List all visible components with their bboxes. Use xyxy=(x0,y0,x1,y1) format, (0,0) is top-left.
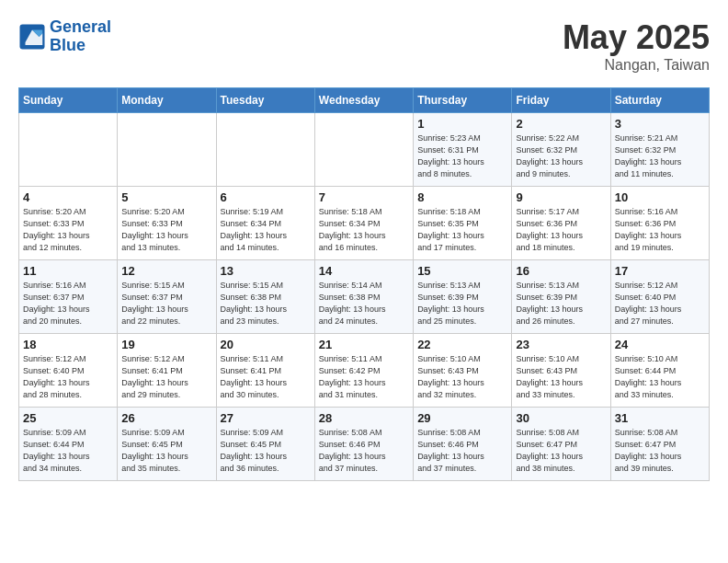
day-info: Sunrise: 5:22 AM Sunset: 6:32 PM Dayligh… xyxy=(516,132,606,180)
day-number: 21 xyxy=(319,338,409,351)
calendar-cell: 3Sunrise: 5:21 AM Sunset: 6:32 PM Daylig… xyxy=(610,113,709,187)
calendar-cell: 31Sunrise: 5:08 AM Sunset: 6:47 PM Dayli… xyxy=(610,408,709,481)
day-number: 23 xyxy=(516,338,606,351)
title-block: May 2025 Nangan, Taiwan xyxy=(563,18,710,74)
day-info: Sunrise: 5:20 AM Sunset: 6:33 PM Dayligh… xyxy=(23,206,113,254)
calendar-cell: 26Sunrise: 5:09 AM Sunset: 6:45 PM Dayli… xyxy=(118,408,216,481)
calendar-cell xyxy=(118,113,216,187)
calendar-table: SundayMondayTuesdayWednesdayThursdayFrid… xyxy=(18,87,710,481)
day-number: 4 xyxy=(23,190,113,204)
day-number: 18 xyxy=(23,338,113,351)
logo-text: General Blue xyxy=(50,18,111,55)
day-info: Sunrise: 5:09 AM Sunset: 6:45 PM Dayligh… xyxy=(121,427,211,475)
day-info: Sunrise: 5:18 AM Sunset: 6:34 PM Dayligh… xyxy=(319,206,409,254)
calendar-cell: 13Sunrise: 5:15 AM Sunset: 6:38 PM Dayli… xyxy=(216,260,314,334)
day-info: Sunrise: 5:13 AM Sunset: 6:39 PM Dayligh… xyxy=(417,280,507,327)
day-number: 5 xyxy=(121,190,211,204)
calendar-cell: 29Sunrise: 5:08 AM Sunset: 6:46 PM Dayli… xyxy=(414,408,512,481)
day-info: Sunrise: 5:18 AM Sunset: 6:35 PM Dayligh… xyxy=(417,206,507,254)
calendar-cell: 17Sunrise: 5:12 AM Sunset: 6:40 PM Dayli… xyxy=(610,260,709,334)
day-header-wednesday: Wednesday xyxy=(314,88,413,113)
calendar-cell: 1Sunrise: 5:23 AM Sunset: 6:31 PM Daylig… xyxy=(414,113,512,187)
day-info: Sunrise: 5:12 AM Sunset: 6:41 PM Dayligh… xyxy=(121,353,211,401)
calendar-week-row: 4Sunrise: 5:20 AM Sunset: 6:33 PM Daylig… xyxy=(19,187,710,260)
day-info: Sunrise: 5:08 AM Sunset: 6:47 PM Dayligh… xyxy=(516,427,606,475)
day-info: Sunrise: 5:08 AM Sunset: 6:47 PM Dayligh… xyxy=(615,427,705,475)
calendar-cell: 23Sunrise: 5:10 AM Sunset: 6:43 PM Dayli… xyxy=(512,334,610,408)
calendar-header-row: SundayMondayTuesdayWednesdayThursdayFrid… xyxy=(19,88,710,113)
day-info: Sunrise: 5:09 AM Sunset: 6:45 PM Dayligh… xyxy=(221,427,311,475)
day-number: 8 xyxy=(417,190,507,204)
day-number: 16 xyxy=(516,264,606,278)
day-number: 26 xyxy=(121,411,211,425)
day-number: 3 xyxy=(615,117,705,131)
day-number: 24 xyxy=(615,338,705,351)
calendar-cell: 11Sunrise: 5:16 AM Sunset: 6:37 PM Dayli… xyxy=(19,260,118,334)
location: Nangan, Taiwan xyxy=(563,57,710,74)
calendar-cell: 21Sunrise: 5:11 AM Sunset: 6:42 PM Dayli… xyxy=(314,334,413,408)
day-number: 22 xyxy=(417,338,507,351)
calendar-week-row: 18Sunrise: 5:12 AM Sunset: 6:40 PM Dayli… xyxy=(19,334,710,408)
day-header-tuesday: Tuesday xyxy=(216,88,314,113)
day-info: Sunrise: 5:16 AM Sunset: 6:36 PM Dayligh… xyxy=(615,206,705,254)
calendar-cell: 19Sunrise: 5:12 AM Sunset: 6:41 PM Dayli… xyxy=(118,334,216,408)
calendar-week-row: 1Sunrise: 5:23 AM Sunset: 6:31 PM Daylig… xyxy=(19,113,710,187)
day-info: Sunrise: 5:09 AM Sunset: 6:44 PM Dayligh… xyxy=(23,427,113,475)
day-number: 15 xyxy=(417,264,507,278)
month-title: May 2025 xyxy=(563,18,710,57)
calendar-cell: 10Sunrise: 5:16 AM Sunset: 6:36 PM Dayli… xyxy=(610,187,709,260)
day-info: Sunrise: 5:08 AM Sunset: 6:46 PM Dayligh… xyxy=(417,427,507,475)
calendar-cell: 30Sunrise: 5:08 AM Sunset: 6:47 PM Dayli… xyxy=(512,408,610,481)
day-info: Sunrise: 5:20 AM Sunset: 6:33 PM Dayligh… xyxy=(121,206,211,254)
day-header-saturday: Saturday xyxy=(610,88,709,113)
day-info: Sunrise: 5:16 AM Sunset: 6:37 PM Dayligh… xyxy=(23,280,113,327)
day-number: 12 xyxy=(121,264,211,278)
day-number: 31 xyxy=(615,411,705,425)
day-number: 13 xyxy=(221,264,311,278)
day-number: 11 xyxy=(23,264,113,278)
day-number: 14 xyxy=(319,264,409,278)
day-header-sunday: Sunday xyxy=(19,88,118,113)
day-info: Sunrise: 5:12 AM Sunset: 6:40 PM Dayligh… xyxy=(23,353,113,401)
calendar-cell xyxy=(314,113,413,187)
day-number: 19 xyxy=(121,338,211,351)
day-info: Sunrise: 5:12 AM Sunset: 6:40 PM Dayligh… xyxy=(615,280,705,327)
day-info: Sunrise: 5:21 AM Sunset: 6:32 PM Dayligh… xyxy=(615,132,705,180)
calendar-cell: 25Sunrise: 5:09 AM Sunset: 6:44 PM Dayli… xyxy=(19,408,118,481)
day-info: Sunrise: 5:17 AM Sunset: 6:36 PM Dayligh… xyxy=(516,206,606,254)
calendar-cell: 2Sunrise: 5:22 AM Sunset: 6:32 PM Daylig… xyxy=(512,113,610,187)
calendar-cell: 8Sunrise: 5:18 AM Sunset: 6:35 PM Daylig… xyxy=(414,187,512,260)
day-number: 9 xyxy=(516,190,606,204)
day-info: Sunrise: 5:10 AM Sunset: 6:43 PM Dayligh… xyxy=(516,353,606,401)
logo-icon xyxy=(18,23,46,51)
calendar-cell: 20Sunrise: 5:11 AM Sunset: 6:41 PM Dayli… xyxy=(216,334,314,408)
day-info: Sunrise: 5:15 AM Sunset: 6:38 PM Dayligh… xyxy=(221,280,311,327)
day-info: Sunrise: 5:14 AM Sunset: 6:38 PM Dayligh… xyxy=(319,280,409,327)
logo-line2: Blue xyxy=(50,36,85,54)
calendar-cell xyxy=(19,113,118,187)
calendar-cell: 24Sunrise: 5:10 AM Sunset: 6:44 PM Dayli… xyxy=(610,334,709,408)
day-info: Sunrise: 5:23 AM Sunset: 6:31 PM Dayligh… xyxy=(417,132,507,180)
calendar-cell: 4Sunrise: 5:20 AM Sunset: 6:33 PM Daylig… xyxy=(19,187,118,260)
calendar-cell: 16Sunrise: 5:13 AM Sunset: 6:39 PM Dayli… xyxy=(512,260,610,334)
calendar-cell: 14Sunrise: 5:14 AM Sunset: 6:38 PM Dayli… xyxy=(314,260,413,334)
day-number: 7 xyxy=(319,190,409,204)
calendar-cell: 12Sunrise: 5:15 AM Sunset: 6:37 PM Dayli… xyxy=(118,260,216,334)
calendar-cell: 28Sunrise: 5:08 AM Sunset: 6:46 PM Dayli… xyxy=(314,408,413,481)
day-number: 20 xyxy=(221,338,311,351)
day-info: Sunrise: 5:13 AM Sunset: 6:39 PM Dayligh… xyxy=(516,280,606,327)
logo-line1: General xyxy=(50,17,111,36)
calendar-cell: 5Sunrise: 5:20 AM Sunset: 6:33 PM Daylig… xyxy=(118,187,216,260)
calendar-cell: 7Sunrise: 5:18 AM Sunset: 6:34 PM Daylig… xyxy=(314,187,413,260)
day-number: 17 xyxy=(615,264,705,278)
calendar-cell: 22Sunrise: 5:10 AM Sunset: 6:43 PM Dayli… xyxy=(414,334,512,408)
day-header-friday: Friday xyxy=(512,88,610,113)
calendar-cell: 15Sunrise: 5:13 AM Sunset: 6:39 PM Dayli… xyxy=(414,260,512,334)
day-header-monday: Monday xyxy=(118,88,216,113)
day-info: Sunrise: 5:10 AM Sunset: 6:43 PM Dayligh… xyxy=(417,353,507,401)
calendar-cell xyxy=(216,113,314,187)
day-info: Sunrise: 5:11 AM Sunset: 6:42 PM Dayligh… xyxy=(319,353,409,401)
day-number: 2 xyxy=(516,117,606,131)
day-info: Sunrise: 5:08 AM Sunset: 6:46 PM Dayligh… xyxy=(319,427,409,475)
calendar-cell: 27Sunrise: 5:09 AM Sunset: 6:45 PM Dayli… xyxy=(216,408,314,481)
